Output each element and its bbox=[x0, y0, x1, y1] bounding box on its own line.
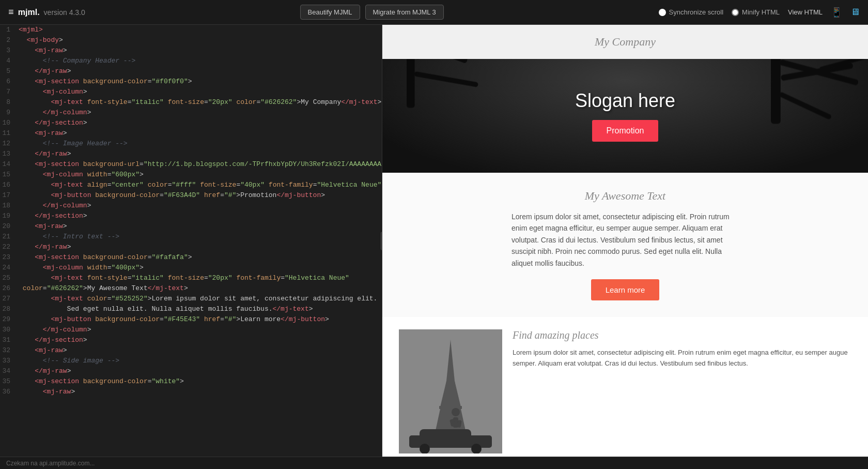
line-number: 15 bbox=[0, 170, 17, 180]
line-content: Sed eget nulla elit. Nulla aliquet molli… bbox=[17, 304, 382, 314]
line-content: color="#626262">My Awesome Text</mj-text… bbox=[17, 283, 382, 294]
line-content: <mj-column width="600px"> bbox=[17, 170, 382, 180]
line-content: <mj-raw> bbox=[17, 387, 382, 397]
line-number: 33 bbox=[0, 356, 17, 366]
code-line-25: 25 <mj-text font-style="italic" font-siz… bbox=[0, 273, 382, 283]
line-content: </mj-column> bbox=[17, 108, 382, 118]
status-text: Czekam na api.amplitude.com... bbox=[6, 460, 95, 467]
code-line-18: 18 </mj-column> bbox=[0, 201, 382, 211]
hero-image: Slogan here Promotion bbox=[382, 59, 868, 173]
line-number: 11 bbox=[0, 128, 17, 139]
line-number: 6 bbox=[0, 77, 17, 87]
line-content: </mj-section> bbox=[17, 118, 382, 128]
line-number: 18 bbox=[0, 201, 17, 211]
code-line-11: 11 <mj-raw> bbox=[0, 128, 382, 139]
line-content: <!-- Intro text --> bbox=[17, 232, 382, 242]
line-number: 8 bbox=[0, 97, 17, 108]
line-number: 28 bbox=[0, 304, 17, 314]
mjml-logo-icon: ≡ bbox=[8, 7, 14, 18]
line-content: <mj-raw> bbox=[17, 345, 382, 356]
code-line-24: 24 <mj-column width="400px"> bbox=[0, 263, 382, 273]
code-line-23: 23 <mj-section background-color="#fafafa… bbox=[0, 252, 382, 263]
line-content: </mj-raw> bbox=[17, 242, 382, 252]
line-number: 26 bbox=[0, 283, 17, 294]
line-content: <mj-section background-color="#fafafa"> bbox=[17, 252, 382, 263]
sync-scroll-radio[interactable] bbox=[659, 9, 666, 16]
line-number: 22 bbox=[0, 242, 17, 252]
line-content: </mj-section> bbox=[17, 211, 382, 221]
line-number: 5 bbox=[0, 66, 17, 77]
topbar-right: Synchronize scroll Minify HTML View HTML… bbox=[659, 7, 860, 18]
code-line-36: 36 <mj-raw> bbox=[0, 387, 382, 397]
line-content: </mj-raw> bbox=[17, 149, 382, 159]
line-content: <mj-text color="#525252">Lorem ipsum dol… bbox=[17, 294, 382, 304]
logo-text: mjml. bbox=[18, 8, 40, 17]
beautify-button[interactable]: Beautify MJML bbox=[300, 5, 360, 20]
minify-html-group: Minify HTML bbox=[732, 8, 780, 16]
line-number: 25 bbox=[0, 273, 17, 283]
line-content: <!-- Side image --> bbox=[17, 356, 382, 366]
line-content: <mj-column width="400px"> bbox=[17, 263, 382, 273]
logo-area: ≡ mjml. version 4.3.0 bbox=[8, 7, 85, 18]
code-line-29: 29 <mj-button background-color="#F45E43"… bbox=[0, 314, 382, 325]
line-content: <mj-column> bbox=[17, 87, 382, 97]
line-number: 9 bbox=[0, 108, 17, 118]
code-line-22: 22 </mj-raw> bbox=[0, 242, 382, 252]
line-number: 21 bbox=[0, 232, 17, 242]
line-number: 34 bbox=[0, 366, 17, 376]
line-number: 20 bbox=[0, 221, 17, 232]
line-content: <mj-raw> bbox=[17, 221, 382, 232]
code-line-2: 2 <mj-body> bbox=[0, 35, 382, 46]
line-content: <mjml> bbox=[17, 25, 382, 35]
line-content: </mj-raw> bbox=[17, 366, 382, 376]
line-number: 30 bbox=[0, 325, 17, 335]
preview-panel[interactable]: My Company bbox=[382, 25, 868, 457]
line-number: 31 bbox=[0, 335, 17, 345]
code-line-27: 27 <mj-text color="#525252">Lorem ipsum … bbox=[0, 294, 382, 304]
version-text: version 4.3.0 bbox=[44, 8, 85, 17]
svg-rect-2 bbox=[771, 59, 781, 124]
line-content: </mj-column> bbox=[17, 325, 382, 335]
line-number: 2 bbox=[0, 35, 17, 46]
line-number: 3 bbox=[0, 46, 17, 56]
side-title: Find amazing places bbox=[513, 329, 851, 341]
code-line-8: 8 <mj-text font-style="italic" font-size… bbox=[0, 97, 382, 108]
desktop-icon[interactable]: 🖥 bbox=[850, 7, 860, 18]
hero-section: Slogan here Promotion bbox=[382, 59, 868, 173]
line-number: 1 bbox=[0, 25, 17, 35]
minify-html-radio[interactable] bbox=[732, 9, 739, 16]
side-image bbox=[399, 329, 502, 453]
line-content: <mj-section background-color="white"> bbox=[17, 376, 382, 387]
code-line-14: 14 <mj-section background-url="http://1.… bbox=[0, 159, 382, 170]
learn-more-button[interactable]: Learn more bbox=[591, 279, 660, 300]
line-number: 32 bbox=[0, 345, 17, 356]
mobile-icon[interactable]: 📱 bbox=[831, 7, 842, 18]
code-line-4: 4 <!-- Company Header --> bbox=[0, 56, 382, 66]
line-content: <mj-section background-color="#f0f0f0"> bbox=[17, 77, 382, 87]
code-line-26: 26 color="#626262">My Awesome Text</mj-t… bbox=[0, 283, 382, 294]
line-number: 19 bbox=[0, 211, 17, 221]
line-content: <mj-button background-color="#F45E43" hr… bbox=[17, 314, 382, 325]
line-content: </mj-column> bbox=[17, 201, 382, 211]
migrate-button[interactable]: Migrate from MJML 3 bbox=[365, 5, 444, 20]
code-scroll-area[interactable]: 1<mjml>2 <mj-body>3 <mj-raw>4 <!-- Compa… bbox=[0, 25, 382, 457]
topbar: ≡ mjml. version 4.3.0 Beautify MJML Migr… bbox=[0, 0, 868, 25]
code-line-6: 6 <mj-section background-color="#f0f0f0"… bbox=[0, 77, 382, 87]
code-line-1: 1<mjml> bbox=[0, 25, 382, 35]
line-number: 24 bbox=[0, 263, 17, 273]
line-content: <mj-text align="center" color="#fff" fon… bbox=[17, 180, 382, 190]
promotion-button[interactable]: Promotion bbox=[592, 120, 659, 142]
code-line-15: 15 <mj-column width="600px"> bbox=[0, 170, 382, 180]
code-line-17: 17 <mj-button background-color="#F63A4D"… bbox=[0, 190, 382, 201]
code-line-20: 20 <mj-raw> bbox=[0, 221, 382, 232]
code-line-12: 12 <!-- Image Header --> bbox=[0, 139, 382, 149]
line-number: 23 bbox=[0, 252, 17, 263]
line-number: 17 bbox=[0, 190, 17, 201]
main-area: 1<mjml>2 <mj-body>3 <mj-raw>4 <!-- Compa… bbox=[0, 25, 868, 457]
intro-section: My Awesome Text Lorem ipsum dolor sit am… bbox=[382, 173, 868, 317]
line-content: </mj-section> bbox=[17, 335, 382, 345]
topbar-center: Beautify MJML Migrate from MJML 3 bbox=[85, 5, 659, 20]
line-number: 10 bbox=[0, 118, 17, 128]
code-line-10: 10 </mj-section> bbox=[0, 118, 382, 128]
intro-title: My Awesome Text bbox=[403, 189, 847, 203]
